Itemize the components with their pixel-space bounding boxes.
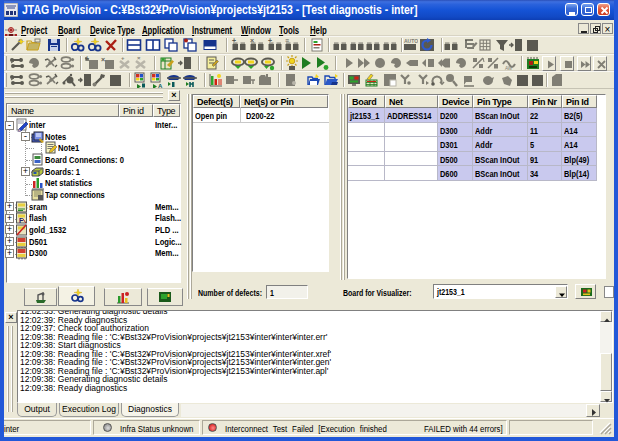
svg-text:+: + xyxy=(268,37,272,44)
svg-text:+: + xyxy=(121,55,125,61)
svg-text:≡: ≡ xyxy=(285,37,289,44)
svg-text:×: × xyxy=(101,56,105,63)
svg-text:×: × xyxy=(137,55,141,61)
svg-text:AUTO: AUTO xyxy=(404,38,418,44)
svg-text:AW: AW xyxy=(505,66,513,71)
svg-text:A: A xyxy=(158,83,163,88)
svg-text:×: × xyxy=(250,37,254,44)
svg-text:+: + xyxy=(85,55,89,62)
svg-text:+: + xyxy=(232,37,236,44)
